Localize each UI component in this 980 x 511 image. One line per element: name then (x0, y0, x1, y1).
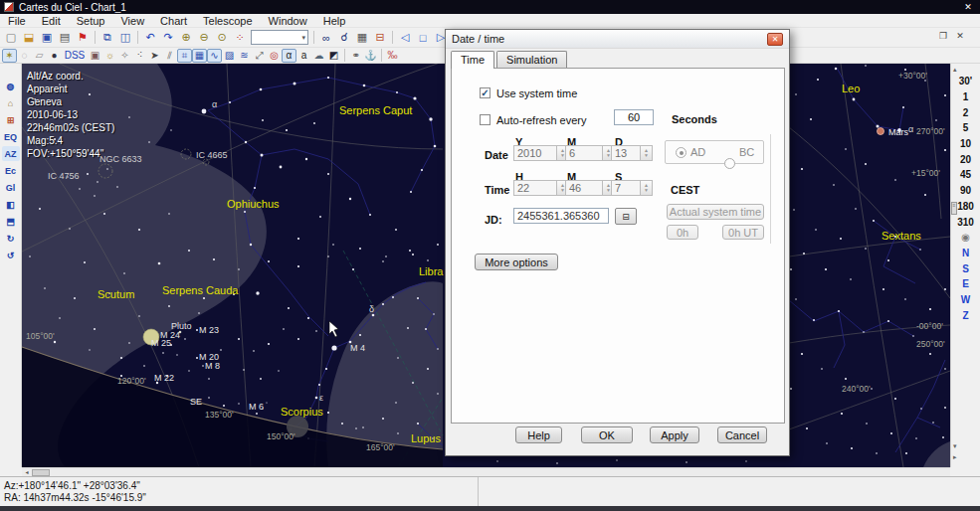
equatorial-mode-icon[interactable]: EQ (2, 129, 20, 144)
observatory-location-icon[interactable]: ⚑ (74, 29, 92, 46)
object-labels-icon[interactable]: a (296, 49, 311, 63)
chart-coordinates-icon[interactable]: ◍ (2, 79, 20, 93)
menu-window[interactable]: Window (261, 14, 315, 28)
fov-slider-thumb[interactable]: ≡ (951, 202, 957, 215)
day-spinner[interactable]: ▲▼ (641, 145, 653, 161)
show-nebulae-icon[interactable]: ◌ (17, 49, 32, 63)
fov-10[interactable]: 10 (951, 136, 980, 152)
ok-button[interactable]: OK (581, 426, 633, 443)
direction-z[interactable]: Z (951, 307, 980, 323)
multi-window-icon[interactable]: ◫ (116, 29, 134, 46)
show-stars-icon[interactable]: ✶ (2, 49, 17, 63)
menu-telescope[interactable]: Telescope (195, 14, 261, 28)
redo-icon[interactable]: ↷ (159, 29, 177, 46)
bc-radio[interactable] (724, 158, 735, 169)
cursor-mode-icon[interactable]: ➤ (147, 49, 162, 63)
apply-button[interactable]: Apply (650, 426, 699, 443)
copy-chart-icon[interactable]: ⧉ (98, 29, 116, 46)
ad-radio[interactable] (676, 147, 686, 158)
chart-select-combo[interactable]: ▾ (251, 30, 308, 45)
flip-vertical-icon[interactable]: ⬒ (2, 214, 20, 229)
menu-chart[interactable]: Chart (152, 14, 195, 28)
fov-45[interactable]: 45 (951, 167, 980, 183)
milky-way-icon[interactable]: ≋ (237, 49, 252, 63)
mdi-close-button[interactable]: ✕ (953, 31, 967, 43)
background-image-icon[interactable]: ▣ (88, 49, 102, 63)
fov-310[interactable]: 310 (951, 214, 980, 230)
year-input[interactable]: 2010 (513, 145, 557, 161)
observatory-dome-icon[interactable]: ⌂ (2, 95, 20, 110)
undo-icon[interactable]: ↶ (141, 29, 159, 46)
telescope-anchor-icon[interactable]: ⚓ (363, 49, 378, 63)
zoom-in-icon[interactable]: ⊕ (177, 29, 195, 46)
tab-simulation[interactable]: Simulation (496, 51, 567, 68)
direction-e[interactable]: E (951, 276, 980, 292)
refresh-seconds-input[interactable]: 60 (614, 109, 654, 125)
show-outlines-icon[interactable]: ▱ (32, 49, 47, 63)
direction-n[interactable]: N (951, 246, 980, 261)
sky-brightness-icon[interactable]: ☼ (102, 49, 117, 63)
window-close-button[interactable]: ✕ (960, 2, 976, 13)
identify-object-icon[interactable]: ☌ (335, 29, 353, 46)
mdi-restore-button[interactable]: ❐ (936, 31, 950, 43)
horizontal-scrollbar[interactable]: ◂ (22, 467, 950, 476)
window-titlebar[interactable]: Cartes du Ciel - Chart_1 ✕ (0, 0, 980, 14)
help-button[interactable]: Help (515, 426, 562, 443)
scrollbar-thumb[interactable] (32, 469, 50, 476)
show-planets-icon[interactable]: ● (47, 49, 62, 63)
use-system-time-checkbox[interactable]: ✓ (480, 87, 490, 98)
altaz-grid-icon[interactable]: ▦ (192, 49, 207, 63)
dss-image-icon[interactable]: DSS (62, 49, 88, 63)
open-chart-icon[interactable]: ⬓ (20, 29, 38, 46)
galactic-mode-icon[interactable]: Gl (2, 180, 20, 195)
tab-time[interactable]: Time (451, 51, 494, 69)
zero-hour-ut-button[interactable]: 0h UT (722, 225, 764, 240)
second-input[interactable]: 7 (611, 180, 641, 196)
pan-mode-icon[interactable]: ⫽ (162, 49, 177, 63)
zoom-area-icon[interactable]: ⊙ (213, 29, 231, 46)
fov-5[interactable]: 5 (951, 120, 980, 136)
time-backward-icon[interactable]: ◁ (396, 29, 414, 46)
night-vision-icon[interactable]: ◩ (326, 49, 341, 63)
menu-setup[interactable]: Setup (69, 14, 113, 28)
second-spinner[interactable]: ▲▼ (641, 180, 653, 196)
moon-phase-percent-icon[interactable]: ‰ (385, 49, 400, 63)
search-object-icon[interactable]: ∞ (317, 29, 335, 46)
jd-input[interactable]: 2455361.365360 (513, 208, 609, 224)
mark-center-icon[interactable]: ◎ (267, 49, 282, 63)
zoom-out-icon[interactable]: ⊖ (195, 29, 213, 46)
menu-help[interactable]: Help (315, 14, 354, 28)
print-chart-icon[interactable]: ▤ (56, 29, 74, 46)
actual-system-time-button[interactable]: Actual system time (667, 204, 764, 220)
fov-scroll-side-icon[interactable]: ▸ (953, 453, 957, 461)
altaz-mode-icon[interactable]: AZ (2, 146, 20, 161)
save-chart-icon[interactable]: ▣ (38, 29, 56, 46)
ecliptic-mode-icon[interactable]: Ec (2, 163, 20, 178)
flip-horizontal-icon[interactable]: ◧ (2, 197, 20, 212)
fov-90[interactable]: 90 (951, 183, 980, 199)
more-objects-icon[interactable]: ⁖ (132, 49, 147, 63)
constellation-lines-icon[interactable]: ∿ (207, 49, 222, 63)
default-view-icon[interactable]: ⁘ (231, 29, 249, 46)
object-list-icon[interactable]: ▦ (353, 29, 371, 46)
date-time-setup-icon[interactable]: ⊞ (2, 112, 20, 127)
calendar-icon[interactable]: ⊟ (371, 29, 389, 46)
rotate-ccw-icon[interactable]: ↺ (2, 248, 20, 262)
field-line-icon[interactable]: ⤢ (252, 49, 267, 63)
fov-1[interactable]: 1 (951, 89, 980, 105)
menu-file[interactable]: File (0, 14, 34, 28)
constellation-boundaries-icon[interactable]: ▨ (222, 49, 237, 63)
auto-refresh-checkbox[interactable] (480, 114, 490, 125)
fov-2[interactable]: 2 (951, 104, 980, 120)
dialog-titlebar[interactable]: Date / time ✕ (446, 30, 789, 49)
minute-input[interactable]: 46 (565, 180, 603, 196)
menu-view[interactable]: View (112, 14, 152, 28)
show-galaxies-icon[interactable]: ✧ (117, 49, 132, 63)
fov-scroll-up-icon[interactable]: ▴ (953, 66, 957, 74)
direction-w[interactable]: W (951, 292, 980, 308)
zero-hour-button[interactable]: 0h (667, 225, 698, 240)
rotate-cw-icon[interactable]: ↻ (2, 231, 20, 246)
hour-input[interactable]: 22 (513, 180, 557, 196)
more-options-button[interactable]: More options (475, 254, 558, 270)
sky-clouds-icon[interactable]: ☁ (311, 49, 326, 63)
